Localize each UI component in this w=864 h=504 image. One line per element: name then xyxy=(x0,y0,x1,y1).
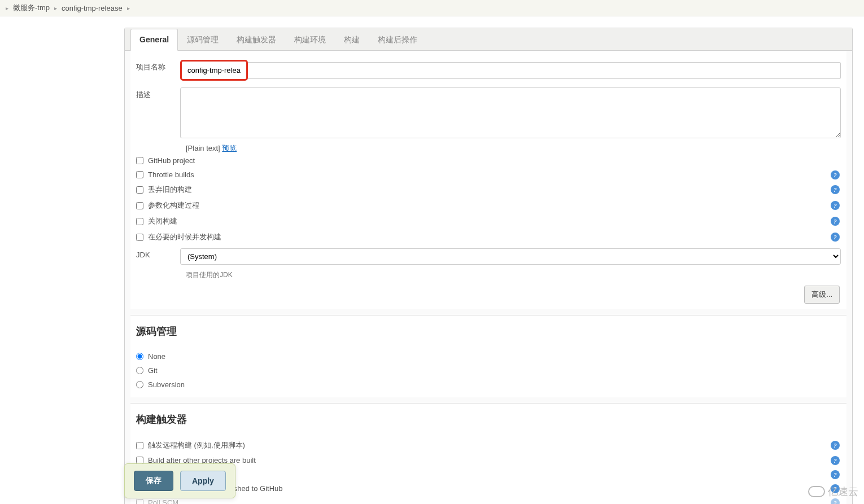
disable-build-label[interactable]: 关闭构建 xyxy=(148,216,177,226)
tab-post-build[interactable]: 构建后操作 xyxy=(369,29,426,51)
section-triggers: 触发远程构建 (例如,使用脚本) ? Build after other pro… xyxy=(130,432,846,504)
jdk-label: JDK xyxy=(136,248,180,259)
plain-text-label: [Plain text] xyxy=(186,144,222,152)
scm-subversion-label[interactable]: Subversion xyxy=(148,380,185,389)
help-icon[interactable]: ? xyxy=(831,201,840,210)
save-button[interactable]: 保存 xyxy=(134,471,173,491)
config-panel: General 源码管理 构建触发器 构建环境 构建 构建后操作 项目名称 xyxy=(124,28,853,504)
help-icon[interactable]: ? xyxy=(831,217,840,226)
preview-link[interactable]: 预览 xyxy=(222,144,237,152)
disable-build-checkbox[interactable] xyxy=(136,218,143,225)
tab-build[interactable]: 构建 xyxy=(335,29,369,51)
action-bar: 保存 Apply xyxy=(124,463,235,498)
scm-none-label[interactable]: None xyxy=(148,352,165,361)
apply-button[interactable]: Apply xyxy=(180,471,226,491)
parameterized-build-checkbox[interactable] xyxy=(136,202,143,209)
project-name-input-extension[interactable] xyxy=(248,62,841,79)
discard-old-builds-label[interactable]: 丢弃旧的构建 xyxy=(148,185,192,195)
throttle-builds-checkbox[interactable] xyxy=(136,171,143,178)
help-icon[interactable]: ? xyxy=(831,498,840,505)
tab-scm[interactable]: 源码管理 xyxy=(178,29,228,51)
tab-bar: General 源码管理 构建触发器 构建环境 构建 构建后操作 xyxy=(125,28,852,51)
help-icon[interactable]: ? xyxy=(831,441,840,450)
github-project-checkbox[interactable] xyxy=(136,157,143,164)
cloud-icon xyxy=(808,486,825,497)
chevron-right-icon: ▸ xyxy=(127,5,130,11)
help-icon[interactable]: ? xyxy=(831,233,840,242)
poll-scm-checkbox[interactable] xyxy=(136,499,143,504)
watermark-text: 亿速云 xyxy=(828,485,858,498)
section-scm: None Git Subversion xyxy=(130,344,846,397)
remote-trigger-label[interactable]: 触发远程构建 (例如,使用脚本) xyxy=(148,440,245,450)
description-textarea[interactable] xyxy=(180,87,841,138)
description-format-row: [Plain text] 预览 xyxy=(130,143,846,154)
advanced-button[interactable]: 高级... xyxy=(804,286,840,304)
concurrent-build-label[interactable]: 在必要的时候并发构建 xyxy=(148,232,221,242)
chevron-right-icon: ▸ xyxy=(54,5,57,11)
help-icon[interactable]: ? xyxy=(831,170,840,179)
scm-git-radio[interactable] xyxy=(136,367,143,374)
tab-triggers[interactable]: 构建触发器 xyxy=(228,29,285,51)
project-name-highlight xyxy=(180,60,248,81)
tab-build-env[interactable]: 构建环境 xyxy=(285,29,335,51)
project-name-input[interactable] xyxy=(183,63,245,78)
watermark: 亿速云 xyxy=(808,485,858,498)
github-project-label[interactable]: GitHub project xyxy=(148,156,195,165)
project-name-label: 项目名称 xyxy=(136,60,180,72)
throttle-builds-label[interactable]: Throttle builds xyxy=(148,170,194,179)
breadcrumb-item-1[interactable]: config-tmp-release xyxy=(62,4,123,12)
chevron-right-icon: ▸ xyxy=(6,5,8,11)
help-icon[interactable]: ? xyxy=(831,470,840,479)
scm-subversion-radio[interactable] xyxy=(136,381,143,388)
jdk-hint: 项目使用的JDK xyxy=(130,270,846,280)
remote-trigger-checkbox[interactable] xyxy=(136,442,143,449)
breadcrumb: ▸ 微服务-tmp ▸ config-tmp-release ▸ xyxy=(0,0,864,16)
scm-none-radio[interactable] xyxy=(136,353,143,360)
triggers-section-title: 构建触发器 xyxy=(130,404,846,432)
parameterized-build-label[interactable]: 参数化构建过程 xyxy=(148,200,199,211)
help-icon[interactable]: ? xyxy=(831,185,840,194)
breadcrumb-item-0[interactable]: 微服务-tmp xyxy=(13,3,50,13)
discard-old-builds-checkbox[interactable] xyxy=(136,186,143,194)
concurrent-build-checkbox[interactable] xyxy=(136,234,143,241)
scm-git-label[interactable]: Git xyxy=(148,366,158,375)
section-general: 项目名称 描述 [Plain text] 预览 xyxy=(130,51,846,309)
tab-general[interactable]: General xyxy=(130,29,178,51)
scm-section-title: 源码管理 xyxy=(130,315,846,344)
help-icon[interactable]: ? xyxy=(831,456,840,465)
poll-scm-label[interactable]: Poll SCM xyxy=(148,498,178,504)
jdk-select[interactable]: (System) xyxy=(180,248,841,265)
description-label: 描述 xyxy=(136,87,180,100)
